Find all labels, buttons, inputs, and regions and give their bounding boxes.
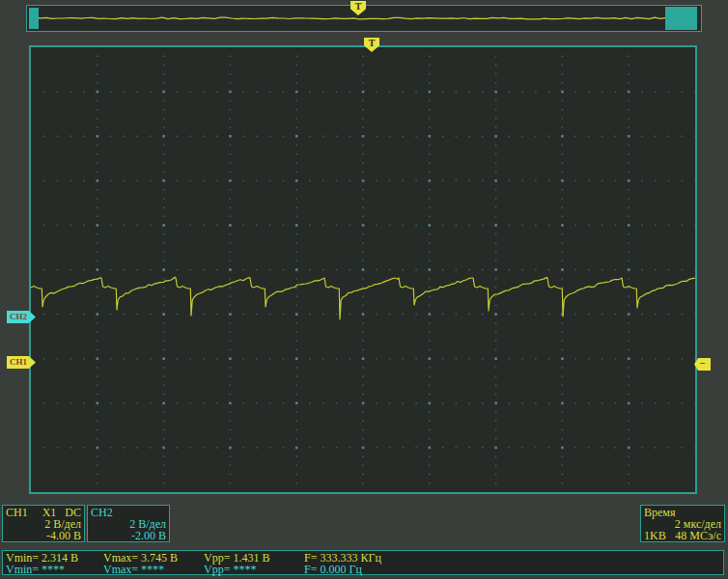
overview-right-handle[interactable] xyxy=(665,7,697,30)
ch2-freq: F= 0.000 Гц xyxy=(304,564,723,575)
trigger-flag-label: T xyxy=(369,38,376,48)
overview-left-handle[interactable] xyxy=(29,8,39,29)
ch1-flag-label: CH1 xyxy=(10,357,27,367)
sample-rate: 48 МСэ/с xyxy=(675,530,721,541)
waveform-display[interactable] xyxy=(29,45,697,494)
timebase-panel[interactable]: Время 2 мкс/дел 1KB 48 МСэ/с xyxy=(640,505,725,542)
trigger-level-label: − xyxy=(700,358,706,369)
ch1-freq: F= 333.333 КГц xyxy=(304,552,723,564)
ch2-flag-label: CH2 xyxy=(10,312,27,321)
buffer-size: 1KB xyxy=(644,530,666,541)
oscilloscope-screen: T T CH2 CH1 − CH1 X1 DC 2 В/дел -4.00 В xyxy=(0,0,728,579)
ch2-vmin: Vmin= **** xyxy=(3,564,103,575)
overview-waveform-trace xyxy=(29,17,695,19)
waveform-canvas xyxy=(31,47,695,492)
ch2-offset: -2.00 В xyxy=(131,530,166,541)
ch2-measurements-row: Vmin= **** Vmax= **** Vpp= **** F= 0.000… xyxy=(3,564,723,575)
graticule xyxy=(43,55,695,483)
ch1-settings-panel[interactable]: CH1 X1 DC 2 В/дел -4.00 В xyxy=(2,505,85,542)
measurements-bar: Vmin= 2.314 В Vmax= 3.745 В Vpp= 1.431 В… xyxy=(2,550,724,575)
ch2-vmax: Vmax= **** xyxy=(103,564,204,575)
trigger-flag-label: T xyxy=(355,1,362,12)
ch2-vpp: Vpp= **** xyxy=(204,564,304,575)
ch1-panel-title: CH1 xyxy=(6,507,28,518)
timebase-title: Время xyxy=(644,507,675,518)
ch2-settings-panel[interactable]: CH2 2 В/дел -2.00 В xyxy=(87,505,170,542)
ch1-offset: -4.00 В xyxy=(46,530,81,541)
ch2-panel-title: CH2 xyxy=(91,507,113,518)
